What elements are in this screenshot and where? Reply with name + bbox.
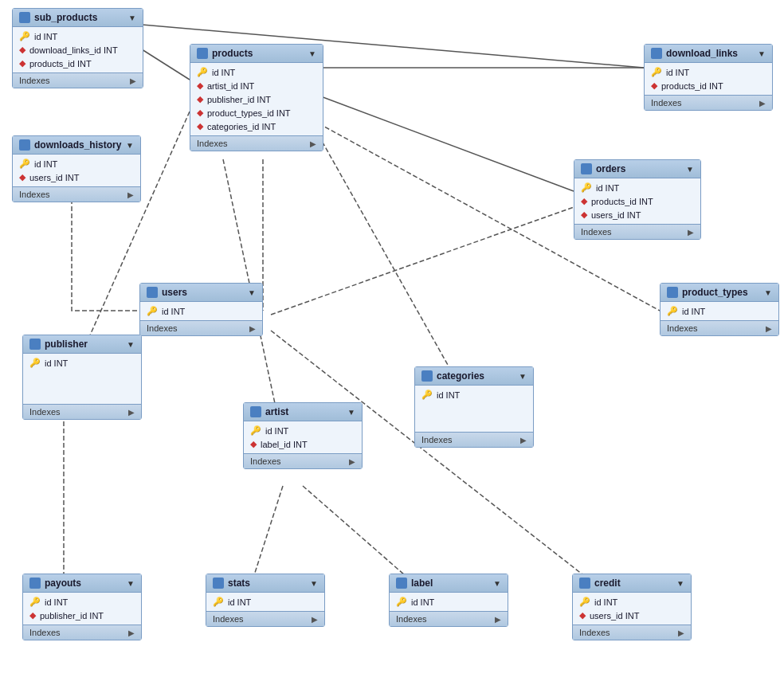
table-artist[interactable]: artist ▼ 🔑id INT ◆label_id INT Indexes ▶ bbox=[243, 402, 363, 469]
key-icon-red: ◆ bbox=[250, 439, 257, 449]
table-row: ◆artist_id INT bbox=[190, 79, 323, 92]
table-row: 🔑id INT bbox=[206, 595, 324, 609]
table-icon-sub_products bbox=[19, 12, 30, 23]
dropdown-arrow-products[interactable]: ▼ bbox=[308, 49, 316, 58]
key-icon-red: ◆ bbox=[579, 610, 586, 621]
key-icon-yellow: 🔑 bbox=[147, 306, 158, 316]
key-icon-red: ◆ bbox=[197, 94, 203, 104]
table-row: ◆product_types_id INT bbox=[190, 106, 323, 119]
key-icon-yellow: 🔑 bbox=[19, 159, 30, 169]
table-row: ◆publisher_id INT bbox=[23, 609, 141, 622]
key-icon-red: ◆ bbox=[19, 45, 25, 55]
table-row: 🔑id INT bbox=[190, 65, 323, 79]
table-header-categories: categories ▼ bbox=[415, 367, 533, 386]
table-indexes-publisher[interactable]: Indexes ▶ bbox=[23, 404, 141, 419]
table-body-payouts: 🔑id INT ◆publisher_id INT bbox=[23, 593, 141, 625]
table-body-product_types: 🔑id INT bbox=[661, 302, 778, 320]
table-header-orders: orders ▼ bbox=[574, 160, 700, 178]
dropdown-arrow-download_links[interactable]: ▼ bbox=[758, 49, 766, 58]
indexes-arrow: ▶ bbox=[130, 76, 136, 85]
table-download_links[interactable]: download_links ▼ 🔑id INT ◆products_id IN… bbox=[644, 44, 773, 111]
key-icon-yellow: 🔑 bbox=[667, 306, 678, 316]
table-indexes-artist[interactable]: Indexes ▶ bbox=[244, 453, 362, 468]
table-row: 🔑id INT bbox=[390, 595, 508, 609]
table-indexes-label[interactable]: Indexes ▶ bbox=[390, 611, 508, 626]
table-row: 🔑id INT bbox=[23, 595, 141, 609]
table-users[interactable]: users ▼ 🔑id INT Indexes ▶ bbox=[139, 283, 263, 336]
key-icon-yellow: 🔑 bbox=[651, 67, 662, 77]
table-row: 🔑id INT bbox=[573, 595, 691, 609]
indexes-arrow: ▶ bbox=[520, 436, 527, 444]
key-icon-yellow: 🔑 bbox=[29, 358, 41, 368]
dropdown-arrow-payouts[interactable]: ▼ bbox=[127, 579, 135, 588]
key-icon-yellow: 🔑 bbox=[29, 597, 41, 607]
indexes-arrow: ▶ bbox=[127, 190, 134, 199]
table-indexes-orders[interactable]: Indexes ▶ bbox=[574, 224, 700, 239]
table-row: 🔑id INT bbox=[140, 304, 262, 318]
table-body-users: 🔑id INT bbox=[140, 302, 262, 320]
table-indexes-product_types[interactable]: Indexes ▶ bbox=[661, 320, 778, 335]
table-title-label: label bbox=[411, 578, 433, 589]
indexes-label: Indexes bbox=[667, 323, 698, 333]
table-products[interactable]: products ▼ 🔑id INT ◆artist_id INT ◆publi… bbox=[190, 44, 323, 151]
table-icon-product_types bbox=[667, 287, 678, 298]
table-icon-orders bbox=[581, 163, 592, 174]
indexes-label: Indexes bbox=[213, 614, 244, 624]
indexes-label: Indexes bbox=[147, 323, 178, 333]
erd-canvas: sub_products ▼ 🔑id INT ◆download_links_i… bbox=[0, 0, 784, 697]
indexes-label: Indexes bbox=[579, 628, 610, 637]
table-indexes-download_links[interactable]: Indexes ▶ bbox=[645, 95, 772, 110]
key-icon-red: ◆ bbox=[29, 610, 36, 621]
table-indexes-sub_products[interactable]: Indexes ▶ bbox=[13, 72, 143, 88]
table-indexes-categories[interactable]: Indexes ▶ bbox=[415, 432, 533, 447]
table-indexes-products[interactable]: Indexes ▶ bbox=[190, 135, 323, 151]
table-row: ◆products_id INT bbox=[645, 79, 772, 92]
table-categories[interactable]: categories ▼ 🔑id INT Indexes ▶ bbox=[414, 366, 534, 448]
table-body-label: 🔑id INT bbox=[390, 593, 508, 611]
dropdown-arrow-users[interactable]: ▼ bbox=[248, 288, 256, 297]
dropdown-arrow-credit[interactable]: ▼ bbox=[676, 579, 684, 588]
table-orders[interactable]: orders ▼ 🔑id INT ◆products_id INT ◆users… bbox=[574, 159, 701, 240]
table-title-stats: stats bbox=[228, 578, 250, 589]
table-downloads_history[interactable]: downloads_history ▼ 🔑id INT ◆users_id IN… bbox=[12, 135, 141, 202]
table-credit[interactable]: credit ▼ 🔑id INT ◆users_id INT Indexes ▶ bbox=[572, 574, 692, 640]
dropdown-arrow-label[interactable]: ▼ bbox=[493, 579, 501, 588]
table-body-publisher: 🔑id INT bbox=[23, 354, 141, 404]
key-icon-red: ◆ bbox=[197, 121, 203, 131]
table-title-download_links: download_links bbox=[666, 48, 738, 59]
table-body-orders: 🔑id INT ◆products_id INT ◆users_id INT bbox=[574, 178, 700, 224]
dropdown-arrow-publisher[interactable]: ▼ bbox=[127, 340, 135, 349]
table-stats[interactable]: stats ▼ 🔑id INT Indexes ▶ bbox=[206, 574, 325, 627]
table-icon-label bbox=[396, 578, 407, 589]
dropdown-arrow-downloads_history[interactable]: ▼ bbox=[126, 141, 134, 150]
table-sub_products[interactable]: sub_products ▼ 🔑id INT ◆download_links_i… bbox=[12, 8, 143, 88]
table-icon-credit bbox=[579, 578, 590, 589]
indexes-arrow: ▶ bbox=[128, 628, 135, 637]
table-row: 🔑id INT bbox=[661, 304, 778, 318]
dropdown-arrow-artist[interactable]: ▼ bbox=[347, 408, 355, 417]
key-icon-yellow: 🔑 bbox=[421, 390, 433, 400]
key-icon-yellow: 🔑 bbox=[19, 31, 30, 41]
dropdown-arrow-product_types[interactable]: ▼ bbox=[764, 288, 772, 297]
dropdown-arrow-sub_products[interactable]: ▼ bbox=[128, 14, 136, 22]
table-row: 🔑id INT bbox=[23, 356, 141, 370]
table-indexes-stats[interactable]: Indexes ▶ bbox=[206, 611, 324, 626]
table-body-categories: 🔑id INT bbox=[415, 386, 533, 432]
table-header-product_types: product_types ▼ bbox=[661, 284, 778, 302]
table-publisher[interactable]: publisher ▼ 🔑id INT Indexes ▶ bbox=[22, 335, 142, 420]
table-row: ◆download_links_id INT bbox=[13, 43, 143, 57]
table-icon-categories bbox=[421, 370, 433, 382]
table-indexes-credit[interactable]: Indexes ▶ bbox=[573, 625, 691, 640]
dropdown-arrow-orders[interactable]: ▼ bbox=[686, 165, 694, 174]
table-product_types[interactable]: product_types ▼ 🔑id INT Indexes ▶ bbox=[660, 283, 779, 336]
table-indexes-payouts[interactable]: Indexes ▶ bbox=[23, 625, 141, 640]
table-label[interactable]: label ▼ 🔑id INT Indexes ▶ bbox=[389, 574, 508, 627]
table-indexes-downloads_history[interactable]: Indexes ▶ bbox=[13, 186, 140, 202]
table-indexes-users[interactable]: Indexes ▶ bbox=[140, 320, 262, 335]
indexes-label: Indexes bbox=[19, 76, 50, 85]
dropdown-arrow-stats[interactable]: ▼ bbox=[310, 579, 318, 588]
dropdown-arrow-categories[interactable]: ▼ bbox=[519, 372, 527, 381]
table-payouts[interactable]: payouts ▼ 🔑id INT ◆publisher_id INT Inde… bbox=[22, 574, 142, 640]
table-body-products: 🔑id INT ◆artist_id INT ◆publisher_id INT… bbox=[190, 63, 323, 135]
indexes-label: Indexes bbox=[250, 456, 281, 466]
